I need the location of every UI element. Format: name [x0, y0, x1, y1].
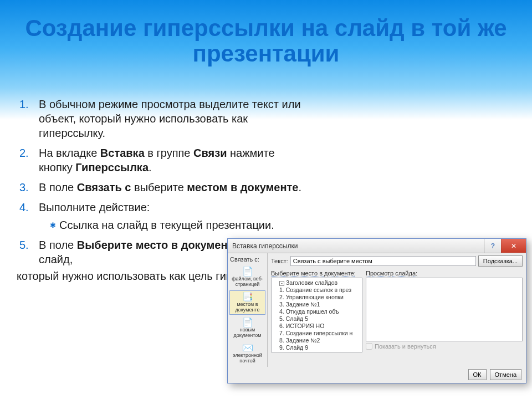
tree-item[interactable]: 1. Создание ссылок в през [274, 287, 360, 294]
linkto-file-web[interactable]: 📄 файлом, веб-страницей [229, 265, 265, 289]
text-label: Текст: [271, 258, 288, 264]
preview-label: Просмотр слайда: [366, 270, 523, 277]
tree-item[interactable]: 7. Создание гиперссылки н [274, 330, 360, 337]
step-3: В поле Связать с выберите местом в докум… [17, 180, 305, 195]
email-icon: ✉️ [242, 344, 253, 353]
cancel-button[interactable]: Отмена [490, 369, 521, 380]
step-4: Выполните действие: Ссылка на слайд в те… [17, 200, 305, 232]
slide-tree[interactable]: -Заголовки слайдов 1. Создание ссылок в … [271, 278, 362, 352]
screentip-button[interactable]: Подсказка... [478, 255, 523, 267]
step-1: В обычном режиме просмотра выделите текс… [17, 97, 305, 140]
new-doc-icon: 📄 [242, 318, 253, 328]
tree-item[interactable]: 5. Слайд 5 [274, 315, 360, 323]
select-place-label: Выберите место в документе: [271, 270, 362, 277]
linkto-email[interactable]: ✉️ электронной почтой [229, 341, 265, 366]
display-text-input[interactable] [290, 256, 476, 266]
slide-title: Создание гиперссылки на слайд в той же п… [0, 0, 532, 66]
globe-page-icon: 📄 [242, 267, 253, 277]
tree-item[interactable]: 6. ИСТОРИЯ НО [274, 323, 360, 330]
linkto-place-in-doc[interactable]: 📑 местом в документе [229, 290, 265, 315]
help-icon[interactable]: ? [484, 239, 501, 253]
dialog-title: Вставка гиперссылки [232, 242, 298, 250]
bookmark-icon: 📑 [242, 293, 253, 302]
linkto-label: Связать с: [228, 255, 267, 265]
tree-item[interactable]: 3. Задание №1 [274, 301, 360, 308]
step-4-sub: Ссылка на слайд в текущей презентации. [50, 218, 305, 232]
close-icon[interactable]: ✕ [501, 239, 526, 253]
linkto-new-doc[interactable]: 📄 новым документом [229, 316, 265, 340]
tree-item[interactable]: 10. Слайд 10 [274, 351, 360, 352]
slide-preview [366, 278, 523, 341]
show-return-checkbox[interactable] [366, 343, 372, 350]
show-return-label: Показать и вернуться [375, 343, 436, 350]
insert-hyperlink-dialog: Вставка гиперссылки ? ✕ Связать с: 📄 фай… [227, 238, 526, 383]
tree-item[interactable]: 8. Задание №2 [274, 337, 360, 344]
ok-button[interactable]: ОК [468, 369, 487, 380]
tree-item[interactable]: 9. Слайд 9 [274, 344, 360, 351]
step-2: На вкладке Вставка в группе Связи нажмит… [17, 146, 305, 175]
tree-item[interactable]: 4. Откуда пришел объ [274, 308, 360, 315]
tree-item[interactable]: 2. Управляющие кнопки [274, 294, 360, 301]
